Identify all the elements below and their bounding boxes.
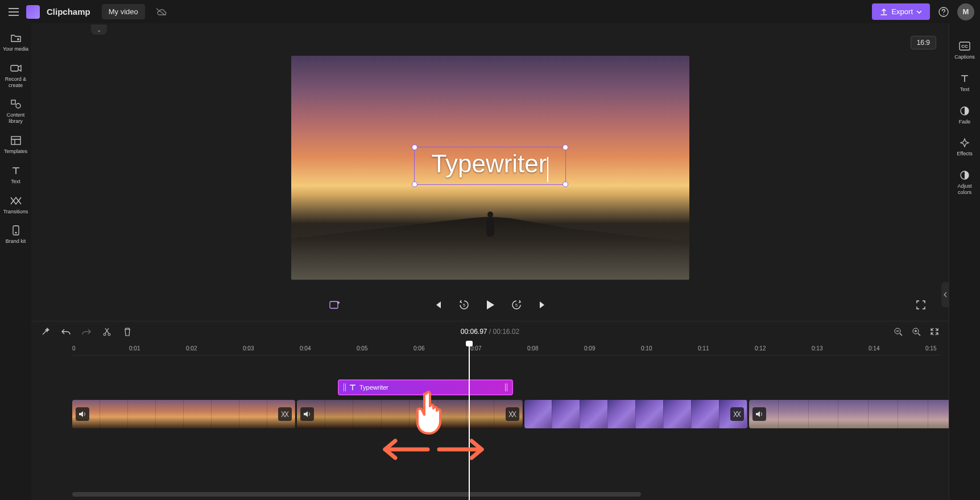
sidebar-item-text[interactable]: Text xyxy=(2,160,30,189)
timeline-ruler[interactable]: 0 0:01 0:02 0:03 0:04 0:05 0:06 0:07 0:0… xyxy=(72,342,941,356)
video-clip-2[interactable] xyxy=(297,400,523,428)
fade-icon xyxy=(959,105,970,117)
sidebar-item-captions[interactable]: CC Captions xyxy=(950,35,979,66)
chevron-down-icon xyxy=(916,10,922,14)
video-clip-3[interactable] xyxy=(524,400,747,428)
clip-transition-button[interactable] xyxy=(278,407,292,421)
ruler-tick: 0:13 xyxy=(812,345,822,352)
undo-button[interactable] xyxy=(60,325,72,338)
upload-icon xyxy=(880,8,888,16)
sidebar-item-transitions[interactable]: Transitions xyxy=(2,191,30,220)
magic-wand-button[interactable] xyxy=(39,325,52,338)
svg-point-10 xyxy=(104,333,106,336)
redo-button[interactable] xyxy=(80,325,93,338)
export-label: Export xyxy=(891,7,913,16)
zoom-out-button[interactable] xyxy=(892,325,904,338)
sidebar-label: Text xyxy=(11,179,20,185)
zoom-in-button[interactable] xyxy=(910,325,923,338)
sidebar-item-your-media[interactable]: Your media xyxy=(2,28,30,57)
user-avatar[interactable]: M xyxy=(957,3,974,20)
ruler-tick: 0 xyxy=(72,345,76,352)
svg-text:5: 5 xyxy=(515,303,518,307)
sidebar-item-text-props[interactable]: Text xyxy=(950,67,979,98)
captions-icon: CC xyxy=(959,40,970,52)
text-overlay-selection[interactable]: Typewriter xyxy=(414,147,567,185)
clip-volume-button[interactable] xyxy=(752,407,766,421)
video-track xyxy=(72,400,960,428)
text-icon xyxy=(349,384,356,391)
video-clip-1[interactable] xyxy=(72,400,295,428)
forward-5s-button[interactable]: 5 xyxy=(508,297,524,313)
rewind-5s-button[interactable]: 5 xyxy=(456,297,472,313)
sidebar-label: Transitions xyxy=(3,209,28,215)
timeline-toolbar: 00:06.97 / 00:16.02 xyxy=(31,321,949,342)
sidebar-label: Fade xyxy=(959,119,971,125)
ruler-tick: 0:02 xyxy=(186,345,197,352)
ruler-tick: 0:03 xyxy=(243,345,254,352)
clip-transition-button[interactable] xyxy=(730,407,744,421)
sidebar-item-templates[interactable]: Templates xyxy=(2,130,30,159)
svg-rect-5 xyxy=(13,226,19,235)
clip-trim-right-handle[interactable] xyxy=(505,383,507,391)
brand-name: Clipchamp xyxy=(47,7,90,16)
chevron-left-icon xyxy=(944,292,947,297)
sidebar-item-content-library[interactable]: Content library xyxy=(2,94,30,129)
sidebar-item-record-create[interactable]: Record & create xyxy=(2,58,30,93)
fullscreen-button[interactable] xyxy=(913,297,929,313)
delete-button[interactable] xyxy=(121,325,134,338)
drag-arrows-overlay xyxy=(374,432,493,466)
skip-back-button[interactable] xyxy=(430,297,446,313)
help-button[interactable] xyxy=(936,4,952,20)
svg-point-11 xyxy=(108,333,110,336)
clip-transition-button[interactable] xyxy=(506,407,519,421)
resize-handle-br[interactable] xyxy=(563,181,568,187)
split-button[interactable] xyxy=(101,325,113,338)
ruler-tick: 0:10 xyxy=(641,345,652,352)
sidebar-item-adjust-colors[interactable]: Adjust colors xyxy=(950,164,979,201)
svg-rect-1 xyxy=(11,65,18,71)
ruler-tick: 0:06 xyxy=(413,345,424,352)
ruler-tick: 0:07 xyxy=(470,345,481,352)
clipchamp-logo-icon xyxy=(26,5,40,19)
contrast-icon xyxy=(959,170,970,181)
timeline-tracks[interactable]: Typewriter xyxy=(72,356,941,500)
clip-trim-left-handle[interactable] xyxy=(344,383,346,391)
zoom-fit-button[interactable] xyxy=(928,325,941,338)
svg-point-6 xyxy=(15,232,16,234)
collapse-right-panel-button[interactable] xyxy=(941,282,949,307)
resize-handle-bl[interactable] xyxy=(412,181,417,187)
video-preview[interactable]: Typewriter xyxy=(291,56,689,280)
sidebar-item-fade[interactable]: Fade xyxy=(950,100,979,131)
skip-forward-button[interactable] xyxy=(535,297,551,313)
timeline-scrollbar[interactable] xyxy=(72,492,641,497)
sidebar-item-brand-kit[interactable]: Brand kit xyxy=(2,220,30,249)
text-icon xyxy=(10,165,22,176)
clip-volume-button[interactable] xyxy=(300,407,314,421)
camera-icon xyxy=(10,63,22,74)
clip-volume-button[interactable] xyxy=(76,407,89,421)
video-title-field[interactable]: My video xyxy=(102,4,145,19)
resize-handle-tr[interactable] xyxy=(563,144,568,150)
expand-timeline-button[interactable]: ⌄ xyxy=(91,24,107,35)
timeline-timecode: 00:06.97 / 00:16.02 xyxy=(461,328,519,336)
resize-handle-tl[interactable] xyxy=(412,144,417,150)
ai-enhance-button[interactable] xyxy=(327,297,343,313)
playhead[interactable] xyxy=(469,342,470,500)
sidebar-label: Brand kit xyxy=(6,238,26,245)
top-bar: Clipchamp My video Export M xyxy=(0,0,980,23)
right-sidebar: CC Captions Text Fade Effects Adjust col… xyxy=(949,23,980,500)
preview-subject xyxy=(484,212,497,239)
main-area: Your media Record & create Content libra… xyxy=(0,23,980,500)
play-button[interactable] xyxy=(482,297,498,313)
svg-rect-7 xyxy=(330,301,338,308)
ruler-tick: 0:04 xyxy=(300,345,311,352)
hamburger-menu-button[interactable] xyxy=(6,4,22,20)
export-button[interactable]: Export xyxy=(872,3,930,20)
video-clip-4[interactable] xyxy=(749,400,958,428)
text-clip-typewriter[interactable]: Typewriter xyxy=(338,379,513,395)
svg-text:5: 5 xyxy=(463,303,465,307)
ruler-tick: 0:11 xyxy=(698,345,709,352)
sidebar-item-effects[interactable]: Effects xyxy=(950,131,979,163)
overlay-text: Typewriter xyxy=(432,150,547,177)
aspect-ratio-button[interactable]: 16:9 xyxy=(911,36,936,49)
